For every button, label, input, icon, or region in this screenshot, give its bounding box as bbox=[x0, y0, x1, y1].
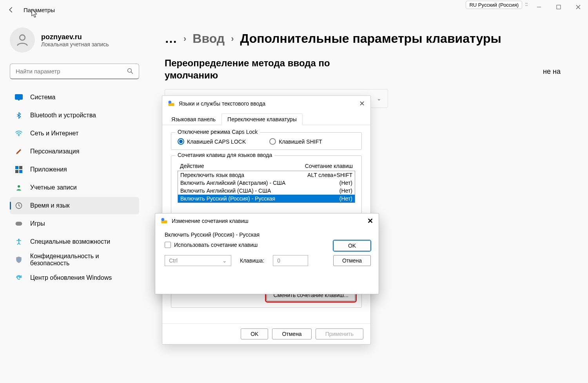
checkbox-label: Использовать сочетание клавиш bbox=[174, 242, 258, 248]
ok-button[interactable]: OK bbox=[241, 328, 268, 339]
list-row[interactable]: Включить Английский (США) - США(Нет) bbox=[178, 187, 355, 195]
nav-accounts[interactable]: Учетные записи bbox=[10, 179, 139, 196]
radio-shift[interactable]: Клавишей SHIFT bbox=[269, 138, 322, 145]
cancel-button[interactable]: Отмена bbox=[272, 328, 311, 339]
truncated-text: не на bbox=[543, 67, 561, 76]
accessibility-icon bbox=[15, 237, 23, 246]
cancel-button[interactable]: Отмена bbox=[333, 255, 371, 266]
maximize-button[interactable] bbox=[549, 0, 568, 14]
chevron-right-icon: › bbox=[183, 34, 186, 44]
wifi-icon bbox=[15, 129, 23, 138]
svg-point-19 bbox=[162, 218, 165, 221]
chevron-down-icon: ⌄ bbox=[377, 95, 381, 102]
radio-label: Клавишей SHIFT bbox=[279, 139, 322, 145]
svg-point-3 bbox=[128, 69, 132, 73]
change-hotkey-dialog: Изменение сочетания клавиш ✕ Включить Ру… bbox=[155, 213, 379, 294]
tab-keyboard-switching[interactable]: Переключение клавиатуры bbox=[221, 113, 303, 125]
window-controls: RU Русский (Россия) ⁚⁚ bbox=[466, 0, 588, 14]
search-icon bbox=[127, 67, 134, 76]
row-action: Включить Английский (Австралия) - США bbox=[180, 180, 339, 186]
svg-rect-8 bbox=[15, 166, 18, 169]
nav-time-language[interactable]: Время и язык bbox=[10, 197, 139, 214]
brush-icon bbox=[15, 147, 23, 156]
svg-rect-10 bbox=[15, 170, 18, 173]
nav-bluetooth[interactable]: Bluetooth и устройства bbox=[10, 107, 139, 124]
section-heading: Переопределение метода ввода по умолчани… bbox=[165, 57, 361, 81]
nav-label: Конфиденциальность и безопасность bbox=[30, 253, 139, 267]
nav-label: Центр обновления Windows bbox=[30, 274, 112, 281]
nav-privacy[interactable]: Конфиденциальность и безопасность bbox=[10, 251, 139, 268]
update-icon bbox=[15, 274, 23, 282]
apps-icon bbox=[15, 165, 23, 174]
nav-accessibility[interactable]: Специальные возможности bbox=[10, 233, 139, 250]
modifier-dropdown[interactable]: Ctrl⌄ bbox=[165, 255, 231, 266]
dialog2-title: Изменение сочетания клавиш bbox=[172, 218, 367, 224]
row-action: Переключить язык ввода bbox=[180, 172, 307, 178]
nav-network[interactable]: Сеть и Интернет bbox=[10, 125, 139, 142]
radio-caps-lock[interactable]: Клавишей CAPS LOCK bbox=[178, 138, 246, 145]
row-keys: (Нет) bbox=[339, 188, 352, 194]
user-name: poznyaev.ru bbox=[41, 33, 109, 41]
close-button[interactable] bbox=[568, 0, 588, 14]
close-icon[interactable]: ✕ bbox=[359, 99, 365, 108]
svg-point-12 bbox=[18, 185, 20, 188]
row-action: Включить Русский (Россия) - Русская bbox=[180, 195, 339, 202]
user-block[interactable]: poznyaev.ru Локальная учетная запись bbox=[10, 27, 139, 53]
svg-rect-5 bbox=[15, 94, 23, 100]
nav-label: Игры bbox=[30, 220, 45, 227]
list-row[interactable]: Переключить язык вводаALT слева+SHIFT bbox=[178, 171, 355, 179]
avatar bbox=[10, 27, 35, 53]
shield-icon bbox=[15, 255, 23, 264]
svg-point-15 bbox=[18, 239, 20, 240]
breadcrumb-parent[interactable]: Ввод bbox=[192, 31, 225, 46]
svg-point-2 bbox=[20, 35, 25, 40]
tab-language-bar[interactable]: Языковая панель bbox=[165, 113, 221, 125]
keyboard-globe-icon bbox=[168, 100, 175, 107]
account-icon bbox=[15, 183, 23, 192]
chevron-right-icon: › bbox=[231, 34, 234, 44]
group-hotkeys-legend: Сочетания клавиш для языков ввода bbox=[175, 152, 274, 158]
nav-label: Bluetooth и устройства bbox=[30, 112, 96, 119]
nav-label: Учетные записи bbox=[30, 184, 77, 191]
ok-button[interactable]: OK bbox=[333, 240, 371, 251]
nav-label: Приложения bbox=[30, 166, 67, 173]
row-keys: ALT слева+SHIFT bbox=[307, 172, 352, 178]
back-button[interactable] bbox=[3, 2, 19, 18]
nav-apps[interactable]: Приложения bbox=[10, 161, 139, 178]
apply-button[interactable]: Применить bbox=[316, 328, 363, 339]
person-icon bbox=[15, 33, 30, 47]
minimize-button[interactable] bbox=[529, 0, 549, 14]
nav-update[interactable]: Центр обновления Windows bbox=[10, 269, 139, 286]
nav-label: Персонализация bbox=[30, 148, 79, 155]
language-indicator[interactable]: RU Русский (Россия) bbox=[466, 1, 522, 9]
language-line: Включить Русский (Россия) - Русская bbox=[165, 232, 369, 238]
gamepad-icon bbox=[15, 219, 23, 228]
key-label: Клавиша: bbox=[240, 257, 264, 264]
breadcrumb-current: Дополнительные параметры клавиатуры bbox=[240, 31, 501, 46]
nav-system[interactable]: Система bbox=[10, 89, 139, 106]
svg-rect-1 bbox=[557, 5, 561, 9]
svg-rect-14 bbox=[16, 222, 22, 226]
key-dropdown[interactable]: 0 bbox=[273, 255, 308, 266]
svg-rect-6 bbox=[18, 100, 20, 100]
list-row[interactable]: Включить Английский (Австралия) - США(Не… bbox=[178, 179, 355, 187]
dialog-title: Языки и службы текстового ввода bbox=[179, 100, 359, 107]
nav-gaming[interactable]: Игры bbox=[10, 215, 139, 232]
breadcrumb-ellipsis[interactable]: … bbox=[165, 31, 177, 46]
close-icon[interactable]: ✕ bbox=[367, 217, 373, 225]
svg-point-17 bbox=[169, 101, 172, 104]
svg-rect-9 bbox=[19, 166, 22, 169]
display-icon bbox=[15, 93, 23, 102]
svg-line-4 bbox=[131, 72, 133, 74]
keyboard-globe-icon bbox=[161, 217, 168, 224]
checkbox-icon bbox=[165, 242, 171, 248]
hotkey-list[interactable]: Переключить язык вводаALT слева+SHIFT Вк… bbox=[178, 171, 355, 203]
group-caps-legend: Отключение режима Caps Lock bbox=[175, 129, 260, 135]
app-title: Параметры bbox=[24, 7, 55, 13]
radio-label: Клавишей CAPS LOCK bbox=[187, 139, 246, 145]
search-input[interactable] bbox=[10, 64, 139, 79]
svg-point-7 bbox=[18, 135, 20, 137]
nav-label: Система bbox=[30, 94, 55, 101]
list-row[interactable]: Включить Русский (Россия) - Русская(Нет) bbox=[178, 195, 355, 202]
nav-personalization[interactable]: Персонализация bbox=[10, 143, 139, 160]
